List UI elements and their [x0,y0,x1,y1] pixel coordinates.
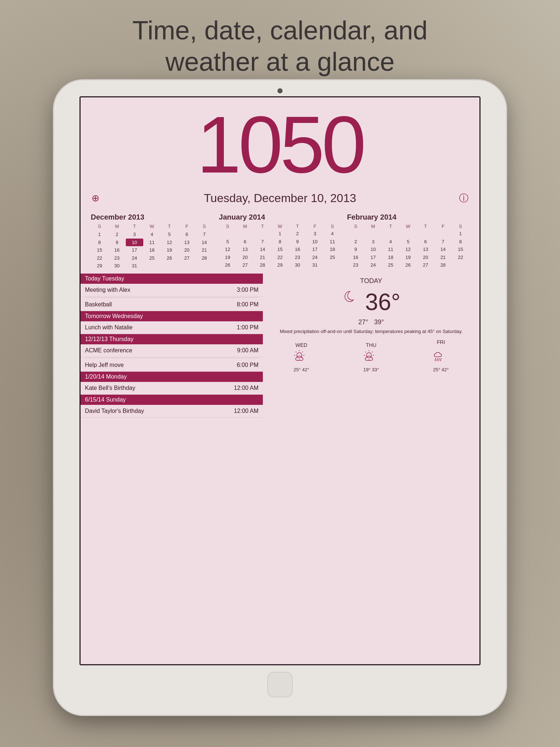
cal-day-cell[interactable]: 12 [399,245,417,253]
event-item[interactable]: David Taylor's Birthday12:00 AM [81,405,263,418]
cal-day-cell[interactable]: 5 [161,231,178,239]
cal-day-cell[interactable]: 23 [289,253,306,262]
cal-day-cell[interactable]: 13 [178,239,196,247]
cal-day-cell[interactable]: 20 [417,253,434,262]
cal-day-cell[interactable]: 15 [452,245,469,253]
cal-day-cell[interactable]: 17 [126,246,143,254]
cal-day-cell[interactable]: 9 [347,245,365,253]
cal-day-cell[interactable]: 6 [417,238,434,246]
cal-day-cell[interactable]: 21 [195,246,213,254]
cal-day-cell[interactable]: 13 [417,245,434,253]
cal-day-cell[interactable]: 9 [108,239,126,247]
cal-day-cell[interactable]: 30 [108,262,126,270]
cal-day-cell[interactable]: 23 [347,261,365,269]
cal-day-cell[interactable]: 22 [271,253,289,262]
cal-day-cell[interactable]: 26 [219,261,236,269]
add-event-icon[interactable]: ⊕ [92,193,100,204]
cal-day-cell[interactable]: 1 [452,230,469,238]
cal-day-cell[interactable]: 25 [382,261,399,269]
cal-day-cell[interactable]: 21 [434,253,452,262]
event-item[interactable]: Lunch with Natalie1:00 PM [81,321,263,334]
cal-day-cell[interactable]: 9 [289,238,306,246]
cal-day-cell[interactable]: 26 [399,261,417,269]
cal-day-cell[interactable]: 4 [382,238,399,246]
cal-day-cell[interactable]: 28 [434,261,452,269]
cal-day-cell[interactable]: 5 [219,238,236,246]
cal-day-cell[interactable]: 19 [219,253,236,262]
event-item[interactable]: ACME conference9:00 AM [81,344,263,357]
cal-day-cell[interactable]: 23 [108,254,126,262]
cal-day-cell[interactable]: 16 [108,246,126,254]
cal-day-cell[interactable]: 19 [399,253,417,262]
cal-day-cell[interactable]: 22 [452,253,469,262]
event-item[interactable]: Basketball8:00 PM [81,298,263,311]
cal-day-cell[interactable]: 12 [219,245,236,253]
cal-day-cell[interactable]: 3 [365,238,382,246]
cal-day-cell[interactable]: 20 [236,253,254,262]
cal-day-cell[interactable]: 11 [382,245,399,253]
cal-day-cell[interactable]: 5 [399,238,417,246]
cal-day-cell[interactable]: 15 [91,246,108,254]
cal-day-cell[interactable]: 1 [271,230,289,238]
cal-day-cell[interactable]: 10 [365,245,382,253]
cal-day-cell[interactable]: 4 [143,231,161,239]
cal-day-cell[interactable]: 2 [347,238,365,246]
cal-day-cell[interactable]: 17 [365,253,382,262]
cal-day-cell[interactable]: 31 [126,262,143,270]
info-icon[interactable]: ⓘ [459,192,468,205]
cal-day-cell[interactable]: 27 [236,261,254,269]
cal-day-cell[interactable]: 25 [324,253,341,262]
cal-day-cell[interactable]: 24 [126,254,143,262]
event-item[interactable]: Kate Bell's Birthday12:00 AM [81,382,263,395]
cal-day-cell[interactable]: 16 [289,245,306,253]
cal-day-cell[interactable]: 29 [91,262,108,270]
cal-day-cell[interactable]: 1 [91,231,108,239]
cal-day-cell[interactable]: 13 [236,245,254,253]
cal-day-cell[interactable]: 7 [434,238,452,246]
cal-day-cell[interactable]: 8 [91,239,108,247]
cal-day-cell[interactable]: 30 [289,261,306,269]
cal-day-cell[interactable]: 26 [161,254,178,262]
cal-day-cell[interactable]: 15 [271,245,289,253]
cal-day-cell[interactable]: 14 [254,245,271,253]
cal-day-cell[interactable]: 6 [236,238,254,246]
cal-day-cell[interactable]: 17 [306,245,324,253]
cal-day-cell[interactable]: 31 [306,261,324,269]
cal-day-cell[interactable]: 11 [324,238,341,246]
cal-day-cell[interactable]: 4 [324,230,341,238]
cal-day-cell[interactable]: 20 [178,246,196,254]
cal-day-cell[interactable]: 2 [289,230,306,238]
cal-day-cell[interactable]: 18 [382,253,399,262]
cal-day-cell[interactable]: 3 [306,230,324,238]
cal-day-cell[interactable]: 3 [126,231,143,239]
event-item[interactable]: Meeting with Alex3:00 PM [81,284,263,297]
cal-day-cell[interactable]: 27 [417,261,434,269]
cal-day-cell[interactable]: 18 [143,246,161,254]
cal-day-cell[interactable]: 8 [271,238,289,246]
cal-day-cell[interactable]: 7 [254,238,271,246]
cal-day-cell[interactable]: 29 [271,261,289,269]
cal-day-cell[interactable]: 8 [452,238,469,246]
cal-day-cell[interactable]: 19 [161,246,178,254]
cal-day-cell[interactable]: 28 [254,261,271,269]
cal-day-cell[interactable]: 24 [306,253,324,262]
cal-day-cell[interactable]: 14 [195,239,213,247]
cal-day-cell[interactable]: 25 [143,254,161,262]
cal-day-cell[interactable]: 12 [161,239,178,247]
cal-day-cell[interactable]: 24 [365,261,382,269]
cal-day-cell[interactable]: 7 [195,231,213,239]
cal-day-cell[interactable]: 11 [143,239,161,247]
cal-day-cell[interactable]: 28 [195,254,213,262]
cal-day-cell[interactable]: 27 [178,254,196,262]
cal-day-cell[interactable]: 10 [306,238,324,246]
event-item[interactable]: Help Jeff move6:00 PM [81,359,263,372]
cal-day-cell[interactable]: 16 [347,253,365,262]
cal-day-cell[interactable]: 6 [178,231,196,239]
cal-day-cell[interactable]: 10 [126,239,143,247]
cal-day-cell[interactable]: 22 [91,254,108,262]
cal-day-cell[interactable]: 2 [108,231,126,239]
cal-day-cell[interactable]: 21 [254,253,271,262]
ipad-home-button[interactable] [267,672,293,697]
cal-day-cell[interactable]: 14 [434,245,452,253]
cal-day-cell[interactable]: 18 [324,245,341,253]
